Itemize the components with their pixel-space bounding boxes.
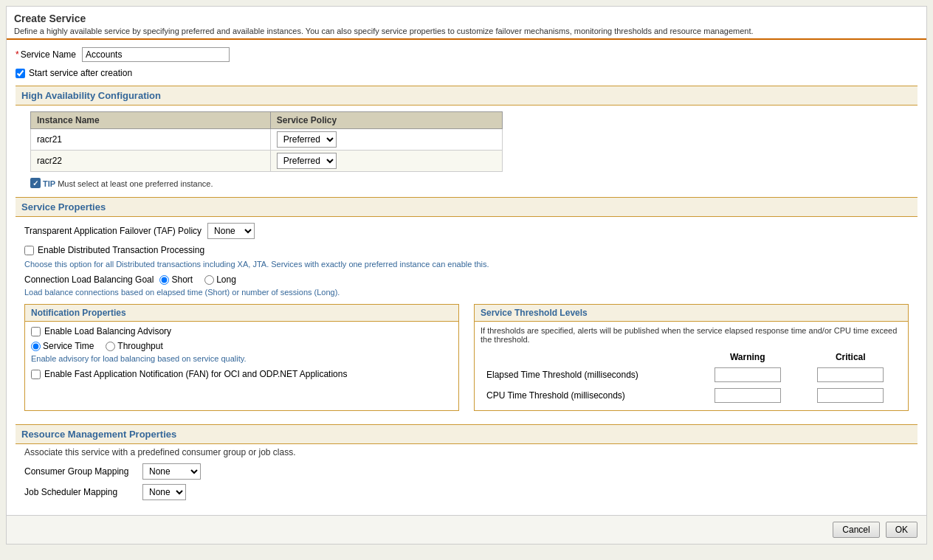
threshold-blank-col (481, 350, 696, 364)
clb-short-option[interactable]: Short (159, 274, 193, 285)
ha-config-title: High Availability Configuration (21, 90, 161, 101)
start-service-label: Start service after creation (29, 68, 132, 78)
notification-title: Notification Properties (25, 305, 458, 322)
page-title: Create Service (14, 13, 919, 24)
service-properties-inner: Transparent Application Failover (TAF) P… (16, 217, 917, 417)
dist-txn-label: Enable Distributed Transaction Processin… (38, 245, 204, 255)
consumer-select[interactable]: None LOW MEDIUM HIGH (142, 463, 201, 480)
bottom-bar: Cancel OK (7, 515, 926, 544)
resource-section: Resource Management Properties Associate… (16, 424, 917, 500)
ha-col-policy: Service Policy (270, 112, 502, 129)
throughput-radio[interactable] (106, 342, 115, 351)
required-star: * (16, 49, 19, 60)
cpu-critical-cell (799, 385, 902, 406)
ha-table: Instance Name Service Policy racr21 Pref… (30, 111, 503, 172)
lb-advisory-label: Enable Load Balancing Advisory (44, 326, 171, 336)
lb-info[interactable]: Enable advisory for load balancing based… (31, 354, 452, 363)
resource-title: Resource Management Properties (21, 429, 176, 440)
clb-short-label: Short (171, 274, 193, 285)
clb-long-option[interactable]: Long (204, 274, 236, 285)
taf-select[interactable]: None Basic Select (207, 223, 255, 239)
start-service-row: Start service after creation (16, 68, 917, 78)
elapsed-label: Elapsed Time Threshold (milliseconds) (481, 364, 696, 385)
resource-desc: Associate this service with a predefined… (24, 447, 909, 457)
elapsed-threshold-row: Elapsed Time Threshold (milliseconds) (481, 364, 902, 385)
ha-row-1: racr21 Preferred Available None (31, 129, 503, 151)
resource-header: Resource Management Properties (16, 424, 917, 444)
dist-txn-checkbox[interactable] (24, 246, 34, 255)
service-time-option[interactable]: Service Time (31, 341, 94, 351)
threshold-desc: If thresholds are specified, alerts will… (481, 326, 902, 344)
cpu-warning-cell (696, 385, 799, 406)
cpu-warning-input[interactable] (715, 388, 781, 403)
tip-label: TIP (43, 179, 55, 188)
fan-checkbox[interactable] (31, 370, 41, 379)
ha-policy-select-1[interactable]: Preferred Available None (277, 131, 337, 148)
elapsed-critical-cell (799, 364, 902, 385)
fan-row: Enable Fast Application Notification (FA… (31, 369, 452, 379)
start-service-checkbox[interactable] (16, 69, 25, 78)
ha-instance-1: racr21 (31, 129, 271, 151)
tip-icon: ✓ (30, 178, 41, 188)
threshold-content: If thresholds are specified, alerts will… (475, 322, 908, 410)
throughput-label: Throughput (117, 341, 162, 351)
job-row: Job Scheduler Mapping None (24, 484, 909, 500)
ha-config-section: High Availability Configuration Instance… (16, 86, 917, 190)
service-time-label: Service Time (43, 341, 94, 351)
clb-info[interactable]: Load balance connections based on elapse… (24, 288, 909, 297)
clb-long-radio[interactable] (204, 275, 214, 285)
service-time-radio[interactable] (31, 342, 41, 351)
ha-policy-1: Preferred Available None (270, 129, 502, 151)
elapsed-warning-cell (696, 364, 799, 385)
elapsed-warning-input[interactable] (715, 367, 781, 382)
svg-text:✓: ✓ (32, 179, 38, 187)
tip-text: Must select at least one preferred insta… (58, 179, 213, 188)
service-name-input[interactable] (82, 47, 230, 62)
two-col-section: Notification Properties Enable Load Bala… (24, 304, 909, 411)
consumer-row: Consumer Group Mapping None LOW MEDIUM H… (24, 463, 909, 480)
cpu-critical-input[interactable] (817, 388, 884, 403)
taf-label: Transparent Application Failover (TAF) P… (24, 226, 202, 236)
page-container: Create Service Define a highly available… (6, 6, 927, 545)
threshold-title: Service Threshold Levels (475, 305, 908, 322)
main-content: * Service Name Start service after creat… (7, 40, 926, 515)
service-name-label: Service Name (21, 49, 76, 60)
ha-row-2: racr22 Preferred Available None (31, 151, 503, 172)
ha-col-instance: Instance Name (31, 112, 271, 129)
clb-row: Connection Load Balancing Goal Short Lon… (24, 274, 909, 285)
clb-long-label: Long (216, 274, 236, 285)
lb-advisory-row: Enable Load Balancing Advisory (31, 326, 452, 336)
clb-short-radio[interactable] (159, 275, 169, 285)
job-label: Job Scheduler Mapping (24, 487, 142, 497)
cancel-button[interactable]: Cancel (833, 522, 879, 538)
notification-content: Enable Load Balancing Advisory Service T… (25, 322, 458, 388)
service-name-row: * Service Name (16, 47, 917, 62)
elapsed-critical-input[interactable] (817, 367, 884, 382)
throughput-option[interactable]: Throughput (106, 341, 162, 351)
lb-advisory-checkbox[interactable] (31, 327, 41, 336)
notification-radio-group: Service Time Throughput (31, 341, 452, 351)
service-properties-section: Service Properties Transparent Applicati… (16, 197, 917, 417)
notification-section: Notification Properties Enable Load Bala… (24, 304, 459, 411)
taf-row: Transparent Application Failover (TAF) P… (24, 223, 909, 239)
dist-txn-row: Enable Distributed Transaction Processin… (24, 245, 909, 255)
ha-policy-select-2[interactable]: Preferred Available None (277, 153, 337, 169)
cpu-threshold-row: CPU Time Threshold (milliseconds) (481, 385, 902, 406)
ha-policy-2: Preferred Available None (270, 151, 502, 172)
page-description: Define a highly available service by spe… (14, 27, 919, 35)
clb-label: Connection Load Balancing Goal (24, 274, 154, 285)
ha-config-header: High Availability Configuration (16, 86, 917, 106)
dist-txn-info[interactable]: Choose this option for all Distributed t… (24, 260, 909, 269)
service-properties-header: Service Properties (16, 197, 917, 217)
job-select[interactable]: None (142, 484, 186, 500)
threshold-section: Service Threshold Levels If thresholds a… (474, 304, 909, 411)
service-properties-title: Service Properties (21, 201, 106, 212)
threshold-critical-col: Critical (799, 350, 902, 364)
consumer-label: Consumer Group Mapping (24, 466, 142, 477)
page-header: Create Service Define a highly available… (7, 7, 926, 40)
tip-row: ✓ TIP Must select at least one preferred… (30, 178, 917, 190)
fan-label: Enable Fast Application Notification (FA… (44, 369, 347, 379)
threshold-warning-col: Warning (696, 350, 799, 364)
ok-button[interactable]: OK (886, 522, 917, 538)
cpu-label: CPU Time Threshold (milliseconds) (481, 385, 696, 406)
